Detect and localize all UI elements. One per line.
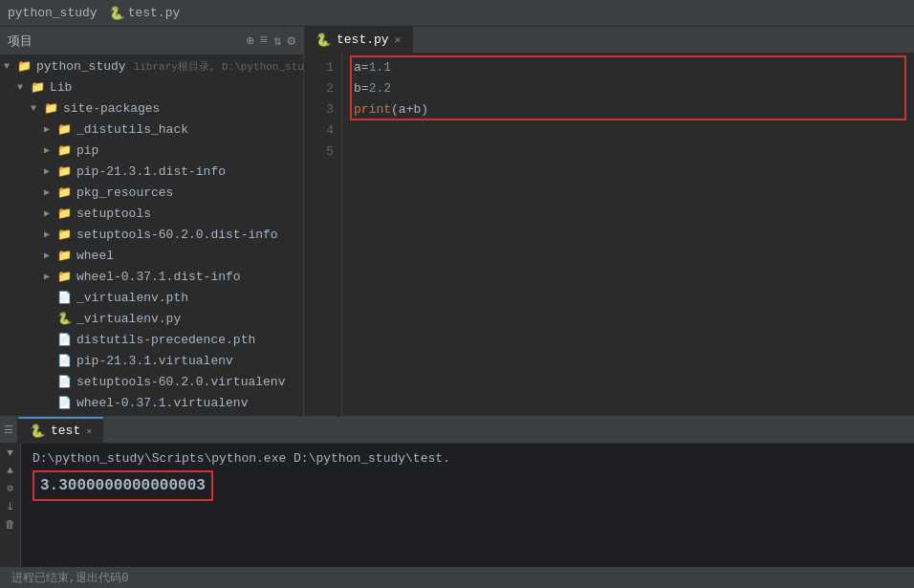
trash-icon[interactable]: 🗑 (5, 518, 15, 531)
filter-icon[interactable]: ⚙ (7, 482, 13, 494)
tree-label: distutils-precedence.pth (76, 333, 255, 347)
tree-arrow: ▶ (44, 123, 57, 135)
bottom-tab-label: test (51, 424, 80, 438)
tree-arrow: ▶ (44, 271, 57, 282)
tree-label: pip (76, 143, 98, 158)
bottom-panel: ☰ 🐍 test ✕ ▼ ▲ ⚙ ⤓ 🗑 D:\python_study\Scr… (0, 416, 914, 588)
folder-icon: 📁 (57, 122, 73, 137)
tree-item-pip-dist[interactable]: ▶ 📁 pip-21.3.1.dist-info (0, 161, 303, 182)
tree-item-pkg-resources[interactable]: ▶ 📁 pkg_resources (0, 182, 303, 203)
terminal-result: 3.3000000000000003 (40, 476, 206, 495)
up-arrow-icon[interactable]: ▲ (7, 465, 13, 476)
bottom-tabs: ☰ 🐍 test ✕ (0, 417, 914, 444)
code-line-3: print(a+b) (354, 99, 903, 120)
tree-item-setuptools[interactable]: ▶ 📁 setuptools (0, 203, 303, 224)
tree-item-virtualenv-pth[interactable]: 📄 _virtualenv.pth (0, 287, 303, 308)
tree-arrow: ▶ (44, 229, 57, 240)
tree-item-distutils-pth[interactable]: 📄 distutils-precedence.pth (0, 329, 303, 350)
folder-icon: 📁 (57, 207, 73, 221)
tree-arrow: ▼ (17, 82, 31, 93)
folder-icon: 📁 (31, 80, 46, 95)
tree-arrow: ▶ (44, 165, 57, 177)
folder-icon: 📁 (57, 270, 73, 284)
file-icon: 📄 (57, 396, 73, 410)
tree-label: python_study (36, 59, 126, 74)
editor-tab-bar: 🐍 test.py ✕ (304, 27, 914, 54)
terminal-result-box: 3.3000000000000003 (33, 470, 213, 501)
scroll-lock-icon[interactable]: ⤓ (6, 500, 14, 512)
terminal-command-line: D:\python_study\Scripts\python.exe D:\py… (33, 449, 903, 468)
tree-label: pip-21.3.1.virtualenv (76, 354, 233, 368)
tree-item-pip-virtualenv[interactable]: 📄 pip-21.3.1.virtualenv (0, 350, 303, 371)
tree-label: setuptools-60.2.0.dist-info (76, 228, 278, 242)
tab-close-button[interactable]: ✕ (395, 33, 402, 46)
code-line-4 (354, 120, 903, 142)
tree-label: _virtualenv.pth (76, 291, 188, 305)
tree-item-setuptools-virtualenv[interactable]: 📄 setuptools-60.2.0.virtualenv (0, 371, 303, 392)
folder-icon: 📁 (57, 185, 73, 200)
tree-item-wheel-dist[interactable]: ▶ 📁 wheel-0.37.1.dist-info (0, 266, 303, 287)
tree-item-pip[interactable]: ▶ 📁 pip (0, 140, 303, 161)
tree-label: pkg_resources (76, 185, 173, 200)
tab-label: test.py (337, 33, 389, 47)
sidebar-header-icons: ⊕ ≡ ⇅ ⚙ (246, 33, 295, 49)
tree-label: _virtualenv.py (76, 312, 181, 326)
tree-item-python-study[interactable]: ▼ 📁 python_study library根目录, D:\python_s… (0, 55, 303, 76)
tree-item-lib[interactable]: ▼ 📁 Lib (0, 76, 303, 98)
tree-label: setuptools-60.2.0.virtualenv (76, 375, 285, 389)
file-icon: 📄 (57, 375, 73, 389)
code-line-1: a=1.1 (354, 57, 903, 78)
tree-item-wheel[interactable]: ▶ 📁 wheel (0, 245, 303, 266)
file-icon: 📄 (57, 333, 73, 347)
editor-content: 1 2 3 4 5 a=1.1 b=2.2 print(a+b) (304, 54, 914, 416)
main-area: 项目 ⊕ ≡ ⇅ ⚙ ▼ 📁 python_study library根目录, … (0, 27, 914, 416)
tree-arrow: ▼ (4, 61, 17, 72)
bottom-tab-close[interactable]: ✕ (86, 425, 92, 437)
terminal-py-icon: 🐍 (30, 424, 45, 439)
editor-tab-test-py[interactable]: 🐍 test.py ✕ (304, 27, 413, 53)
top-bar: python_study 🐍 test.py (0, 0, 914, 27)
tree-label: wheel-0.37.1.dist-info (76, 270, 241, 284)
tree-arrow: ▶ (44, 186, 57, 198)
tree-label: setuptools (76, 207, 151, 221)
settings-icon[interactable]: ⚙ (288, 33, 295, 49)
file-icon: 📄 (57, 291, 73, 305)
folder-icon: 📁 (44, 101, 59, 116)
tree-arrow: ▼ (31, 103, 44, 114)
tree-item-setuptools-dist[interactable]: ▶ 📁 setuptools-60.2.0.dist-info (0, 224, 303, 245)
add-icon[interactable]: ⊕ (246, 33, 253, 49)
tab-title-small: 🐍 test.py (109, 6, 181, 21)
sidebar-header-title: 项目 (8, 33, 238, 50)
sort-icon[interactable]: ⇅ (273, 33, 281, 49)
tree-item-wheel-virtualenv[interactable]: 📄 wheel-0.37.1.virtualenv (0, 392, 303, 413)
folder-icon: 📁 (57, 249, 73, 263)
editor-area: 🐍 test.py ✕ 1 2 3 4 5 a=1.1 b=2.2 (304, 27, 914, 416)
tab-py-icon: 🐍 (316, 33, 331, 48)
code-line-5 (354, 142, 903, 163)
file-icon: 📄 (57, 354, 73, 368)
tree-label: _distutils_hack (76, 122, 188, 137)
tree-item-site-packages[interactable]: ▼ 📁 site-packages (0, 98, 303, 119)
root-extra: library根目录, D:\python_study (134, 59, 303, 74)
tree-arrow: ▶ (44, 250, 57, 261)
code-area[interactable]: a=1.1 b=2.2 print(a+b) (342, 54, 914, 416)
py-icon: 🐍 (57, 312, 73, 326)
sidebar-header: 项目 ⊕ ≡ ⇅ ⚙ (0, 27, 303, 55)
bottom-status: 进程已结束,退出代码0 (0, 567, 914, 588)
folder-icon: 📁 (57, 143, 73, 158)
line-numbers: 1 2 3 4 5 (304, 54, 342, 416)
tree-item-virtualenv-py[interactable]: 🐍 _virtualenv.py (0, 308, 303, 329)
tree-label: wheel (76, 249, 114, 263)
expand-icon[interactable]: ☰ (4, 424, 13, 436)
bottom-content: ▼ ▲ ⚙ ⤓ 🗑 D:\python_study\Scripts\python… (0, 444, 914, 567)
tree-arrow: ▶ (44, 207, 57, 219)
list-icon[interactable]: ≡ (260, 33, 268, 49)
bottom-left-controls: ☰ (0, 417, 18, 443)
tree-item-distutils-hack[interactable]: ▶ 📁 _distutils_hack (0, 119, 303, 140)
down-arrow-icon[interactable]: ▼ (7, 447, 13, 459)
sidebar-tree: ▼ 📁 python_study library根目录, D:\python_s… (0, 55, 303, 416)
folder-icon: 📁 (17, 59, 33, 74)
tree-label: site-packages (63, 101, 160, 116)
bottom-tab-test[interactable]: 🐍 test ✕ (18, 417, 103, 443)
process-status: 进程已结束,退出代码0 (11, 570, 128, 586)
